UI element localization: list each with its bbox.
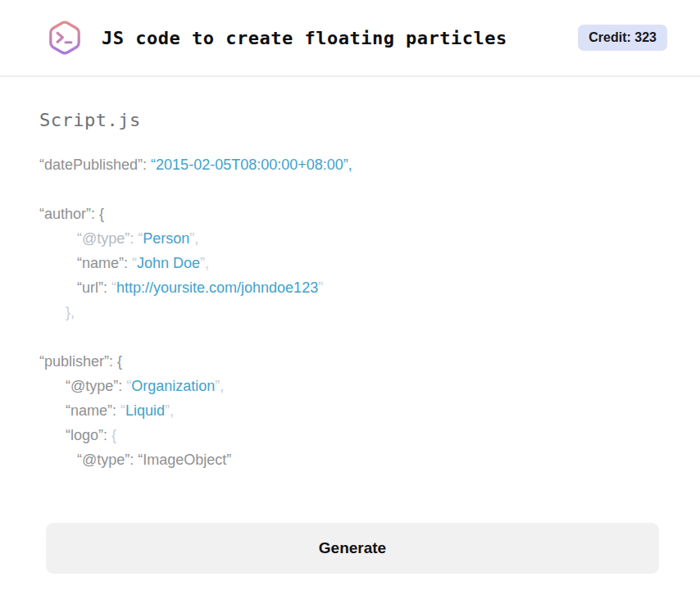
code-token: ”, <box>165 402 174 419</box>
code-token: { <box>111 427 116 443</box>
code-token: Person <box>143 230 189 247</box>
code-line: “author”: { <box>39 202 661 226</box>
code-line: “publisher”: { <box>39 349 661 374</box>
code-line: “name”: “Liquid”, <box>39 398 661 423</box>
code-line <box>39 177 661 202</box>
code-token: “publisher”: { <box>39 353 122 370</box>
credit-badge: Credit: 323 <box>578 25 667 51</box>
code-block: “datePublished”: “2015-02-05T08:00:00+08… <box>39 152 661 472</box>
code-token: John Doe <box>137 255 200 271</box>
code-token: “logo”: <box>66 427 111 443</box>
code-token: “@type”: <box>66 378 126 394</box>
footer: Generate <box>0 472 700 574</box>
code-token: }, <box>66 304 75 320</box>
code-token: http://yoursite.com/johndoe123 <box>116 279 318 296</box>
code-token: “name”: <box>66 402 120 419</box>
code-token: Liquid <box>125 402 165 419</box>
main-content: Script.js “datePublished”: “2015-02-05T0… <box>0 77 700 472</box>
code-token: “author”: { <box>39 206 104 222</box>
code-token: ”, <box>200 255 209 271</box>
code-line <box>39 325 661 349</box>
code-line: “@type”: “ImageObject” <box>39 447 661 472</box>
code-token: ”, <box>215 378 224 394</box>
code-line: “@type”: “Organization”, <box>39 374 661 398</box>
code-line: “name”: “John Doe”, <box>39 251 661 275</box>
code-token: “@type”: “ImageObject” <box>77 452 231 468</box>
code-line: “url”: “http://yoursite.com/johndoe123” <box>39 275 661 300</box>
code-token: “name”: <box>77 255 132 271</box>
filename-label: Script.js <box>39 110 661 130</box>
header: JS code to create floating particles Cre… <box>0 0 700 77</box>
code-line: “datePublished”: “2015-02-05T08:00:00+08… <box>39 152 661 177</box>
code-token: “@type”: <box>77 230 138 247</box>
code-token: ” <box>318 279 323 296</box>
code-token: “url”: <box>77 279 111 296</box>
code-line: “@type”: “Person”, <box>39 226 661 251</box>
code-token: “2015-02-05T08:00:00+08:00”, <box>151 157 352 173</box>
code-line: }, <box>39 300 661 325</box>
code-token: ”, <box>189 230 198 247</box>
code-token: Organization <box>131 378 215 394</box>
generate-button[interactable]: Generate <box>46 523 659 574</box>
page-title: JS code to create floating particles <box>102 28 507 48</box>
terminal-hexagon-icon <box>46 19 84 57</box>
code-line: “logo”: { <box>39 423 661 447</box>
code-token: “datePublished”: <box>39 157 151 173</box>
